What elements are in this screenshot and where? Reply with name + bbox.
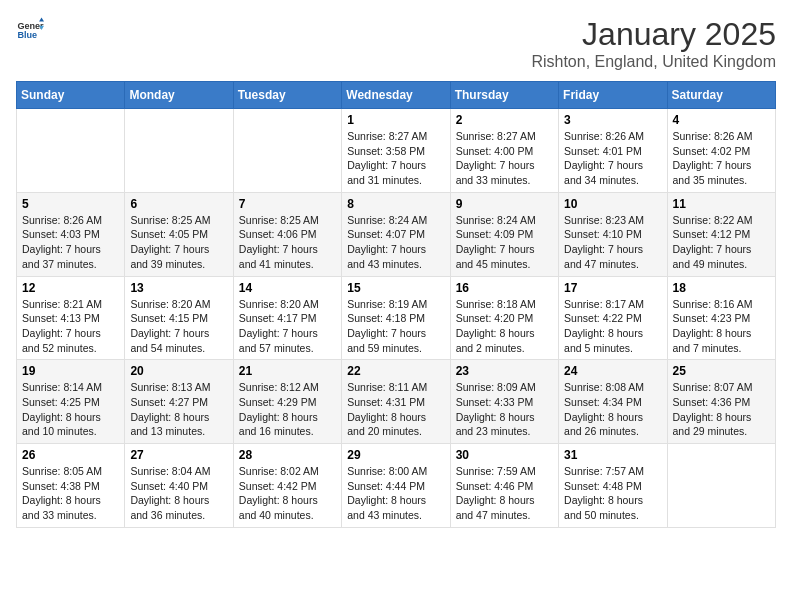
cell-content: Sunrise: 8:19 AM Sunset: 4:18 PM Dayligh… — [347, 297, 444, 356]
cell-content: Sunrise: 8:11 AM Sunset: 4:31 PM Dayligh… — [347, 380, 444, 439]
calendar-table: Sunday Monday Tuesday Wednesday Thursday… — [16, 81, 776, 528]
calendar-cell: 31Sunrise: 7:57 AM Sunset: 4:48 PM Dayli… — [559, 444, 667, 528]
calendar-cell: 27Sunrise: 8:04 AM Sunset: 4:40 PM Dayli… — [125, 444, 233, 528]
day-number: 22 — [347, 364, 444, 378]
day-number: 30 — [456, 448, 553, 462]
cell-content: Sunrise: 8:13 AM Sunset: 4:27 PM Dayligh… — [130, 380, 227, 439]
calendar-cell: 4Sunrise: 8:26 AM Sunset: 4:02 PM Daylig… — [667, 109, 775, 193]
day-number: 18 — [673, 281, 770, 295]
calendar-week-3: 12Sunrise: 8:21 AM Sunset: 4:13 PM Dayli… — [17, 276, 776, 360]
calendar-cell — [125, 109, 233, 193]
day-number: 15 — [347, 281, 444, 295]
day-number: 5 — [22, 197, 119, 211]
calendar-cell: 24Sunrise: 8:08 AM Sunset: 4:34 PM Dayli… — [559, 360, 667, 444]
calendar-cell: 9Sunrise: 8:24 AM Sunset: 4:09 PM Daylig… — [450, 192, 558, 276]
col-tuesday: Tuesday — [233, 82, 341, 109]
cell-content: Sunrise: 8:26 AM Sunset: 4:03 PM Dayligh… — [22, 213, 119, 272]
day-number: 25 — [673, 364, 770, 378]
calendar-cell: 1Sunrise: 8:27 AM Sunset: 3:58 PM Daylig… — [342, 109, 450, 193]
cell-content: Sunrise: 8:00 AM Sunset: 4:44 PM Dayligh… — [347, 464, 444, 523]
calendar-cell: 20Sunrise: 8:13 AM Sunset: 4:27 PM Dayli… — [125, 360, 233, 444]
col-sunday: Sunday — [17, 82, 125, 109]
cell-content: Sunrise: 8:27 AM Sunset: 4:00 PM Dayligh… — [456, 129, 553, 188]
cell-content: Sunrise: 8:20 AM Sunset: 4:15 PM Dayligh… — [130, 297, 227, 356]
day-number: 24 — [564, 364, 661, 378]
location-title: Rishton, England, United Kingdom — [531, 53, 776, 71]
day-number: 7 — [239, 197, 336, 211]
day-number: 27 — [130, 448, 227, 462]
col-monday: Monday — [125, 82, 233, 109]
cell-content: Sunrise: 8:23 AM Sunset: 4:10 PM Dayligh… — [564, 213, 661, 272]
logo: General Blue — [16, 16, 44, 44]
cell-content: Sunrise: 8:09 AM Sunset: 4:33 PM Dayligh… — [456, 380, 553, 439]
calendar-week-1: 1Sunrise: 8:27 AM Sunset: 3:58 PM Daylig… — [17, 109, 776, 193]
cell-content: Sunrise: 8:12 AM Sunset: 4:29 PM Dayligh… — [239, 380, 336, 439]
calendar-cell: 15Sunrise: 8:19 AM Sunset: 4:18 PM Dayli… — [342, 276, 450, 360]
cell-content: Sunrise: 8:16 AM Sunset: 4:23 PM Dayligh… — [673, 297, 770, 356]
day-number: 16 — [456, 281, 553, 295]
cell-content: Sunrise: 8:14 AM Sunset: 4:25 PM Dayligh… — [22, 380, 119, 439]
cell-content: Sunrise: 8:24 AM Sunset: 4:07 PM Dayligh… — [347, 213, 444, 272]
cell-content: Sunrise: 7:57 AM Sunset: 4:48 PM Dayligh… — [564, 464, 661, 523]
day-number: 6 — [130, 197, 227, 211]
calendar-cell: 2Sunrise: 8:27 AM Sunset: 4:00 PM Daylig… — [450, 109, 558, 193]
calendar-cell: 13Sunrise: 8:20 AM Sunset: 4:15 PM Dayli… — [125, 276, 233, 360]
calendar-cell: 17Sunrise: 8:17 AM Sunset: 4:22 PM Dayli… — [559, 276, 667, 360]
calendar-cell: 11Sunrise: 8:22 AM Sunset: 4:12 PM Dayli… — [667, 192, 775, 276]
calendar-cell: 6Sunrise: 8:25 AM Sunset: 4:05 PM Daylig… — [125, 192, 233, 276]
day-number: 28 — [239, 448, 336, 462]
svg-text:General: General — [17, 21, 44, 31]
calendar-cell: 18Sunrise: 8:16 AM Sunset: 4:23 PM Dayli… — [667, 276, 775, 360]
day-number: 23 — [456, 364, 553, 378]
calendar-week-2: 5Sunrise: 8:26 AM Sunset: 4:03 PM Daylig… — [17, 192, 776, 276]
day-number: 19 — [22, 364, 119, 378]
cell-content: Sunrise: 8:26 AM Sunset: 4:01 PM Dayligh… — [564, 129, 661, 188]
cell-content: Sunrise: 7:59 AM Sunset: 4:46 PM Dayligh… — [456, 464, 553, 523]
col-wednesday: Wednesday — [342, 82, 450, 109]
calendar-cell: 10Sunrise: 8:23 AM Sunset: 4:10 PM Dayli… — [559, 192, 667, 276]
calendar-cell — [667, 444, 775, 528]
calendar-cell: 12Sunrise: 8:21 AM Sunset: 4:13 PM Dayli… — [17, 276, 125, 360]
cell-content: Sunrise: 8:24 AM Sunset: 4:09 PM Dayligh… — [456, 213, 553, 272]
cell-content: Sunrise: 8:04 AM Sunset: 4:40 PM Dayligh… — [130, 464, 227, 523]
day-number: 17 — [564, 281, 661, 295]
calendar-week-4: 19Sunrise: 8:14 AM Sunset: 4:25 PM Dayli… — [17, 360, 776, 444]
calendar-cell: 25Sunrise: 8:07 AM Sunset: 4:36 PM Dayli… — [667, 360, 775, 444]
col-thursday: Thursday — [450, 82, 558, 109]
cell-content: Sunrise: 8:18 AM Sunset: 4:20 PM Dayligh… — [456, 297, 553, 356]
cell-content: Sunrise: 8:25 AM Sunset: 4:06 PM Dayligh… — [239, 213, 336, 272]
calendar-cell: 22Sunrise: 8:11 AM Sunset: 4:31 PM Dayli… — [342, 360, 450, 444]
calendar-cell: 7Sunrise: 8:25 AM Sunset: 4:06 PM Daylig… — [233, 192, 341, 276]
cell-content: Sunrise: 8:27 AM Sunset: 3:58 PM Dayligh… — [347, 129, 444, 188]
calendar-cell: 3Sunrise: 8:26 AM Sunset: 4:01 PM Daylig… — [559, 109, 667, 193]
calendar-cell: 26Sunrise: 8:05 AM Sunset: 4:38 PM Dayli… — [17, 444, 125, 528]
cell-content: Sunrise: 8:08 AM Sunset: 4:34 PM Dayligh… — [564, 380, 661, 439]
day-number: 13 — [130, 281, 227, 295]
day-number: 14 — [239, 281, 336, 295]
month-title: January 2025 — [531, 16, 776, 53]
day-number: 11 — [673, 197, 770, 211]
cell-content: Sunrise: 8:20 AM Sunset: 4:17 PM Dayligh… — [239, 297, 336, 356]
day-number: 1 — [347, 113, 444, 127]
day-number: 26 — [22, 448, 119, 462]
day-number: 4 — [673, 113, 770, 127]
calendar-cell: 8Sunrise: 8:24 AM Sunset: 4:07 PM Daylig… — [342, 192, 450, 276]
calendar-cell — [17, 109, 125, 193]
logo-icon: General Blue — [16, 16, 44, 44]
svg-marker-2 — [39, 17, 44, 21]
calendar-cell: 5Sunrise: 8:26 AM Sunset: 4:03 PM Daylig… — [17, 192, 125, 276]
cell-content: Sunrise: 8:17 AM Sunset: 4:22 PM Dayligh… — [564, 297, 661, 356]
day-number: 20 — [130, 364, 227, 378]
col-friday: Friday — [559, 82, 667, 109]
cell-content: Sunrise: 8:26 AM Sunset: 4:02 PM Dayligh… — [673, 129, 770, 188]
calendar-cell: 19Sunrise: 8:14 AM Sunset: 4:25 PM Dayli… — [17, 360, 125, 444]
day-number: 10 — [564, 197, 661, 211]
calendar-cell: 23Sunrise: 8:09 AM Sunset: 4:33 PM Dayli… — [450, 360, 558, 444]
calendar-cell: 29Sunrise: 8:00 AM Sunset: 4:44 PM Dayli… — [342, 444, 450, 528]
calendar-cell: 21Sunrise: 8:12 AM Sunset: 4:29 PM Dayli… — [233, 360, 341, 444]
day-number: 9 — [456, 197, 553, 211]
page-header: General Blue January 2025 Rishton, Engla… — [16, 16, 776, 71]
day-number: 2 — [456, 113, 553, 127]
calendar-cell — [233, 109, 341, 193]
cell-content: Sunrise: 8:25 AM Sunset: 4:05 PM Dayligh… — [130, 213, 227, 272]
